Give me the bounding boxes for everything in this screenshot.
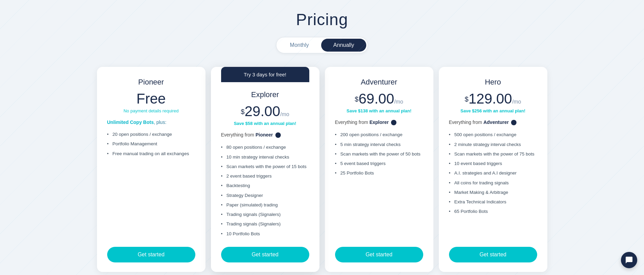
feature-item: A.I. strategies and A.I designer — [449, 168, 537, 178]
feature-item: Trading signals (Signalers) — [221, 210, 309, 219]
plan-from-explorer: Everything from Pioneer — [221, 132, 309, 138]
feature-item: 200 open positions / exchange — [335, 130, 423, 140]
feature-item: Free manual trading on all exchanges — [107, 149, 195, 159]
unlimited-copy-bots-link[interactable]: Unlimited Copy Bots — [107, 120, 154, 125]
feature-item: 5 min strategy interval checks — [335, 140, 423, 149]
chat-widget[interactable] — [621, 252, 637, 268]
plan-card-hero: Hero $129.00/mo Save $256 with an annual… — [439, 67, 547, 272]
chat-icon — [625, 256, 633, 264]
feature-item: Scan markets with the power of 15 bots — [221, 162, 309, 171]
monthly-toggle[interactable]: Monthly — [278, 39, 321, 52]
feature-item: Extra Technical Indicators — [449, 197, 537, 207]
plan-subtitle-pioneer: Unlimited Copy Bots, plus: — [107, 120, 195, 125]
get-started-pioneer[interactable]: Get started — [107, 247, 195, 262]
plan-card-explorer: Try 3 days for free! Explorer $29.00/mo … — [211, 67, 319, 272]
plan-save-adventurer: Save $138 with an annual plan! — [335, 108, 423, 113]
plan-name-pioneer: Pioneer — [107, 78, 195, 87]
refresh-icon — [391, 120, 396, 125]
plan-price-adventurer: $69.00/mo — [335, 91, 423, 107]
feature-item: Scan markets with the power of 50 bots — [335, 149, 423, 159]
page-title: Pricing — [296, 10, 348, 29]
plan-price-hero: $129.00/mo — [449, 91, 537, 107]
feature-item: 2 minute strategy interval checks — [449, 140, 537, 149]
feature-item: 80 open positions / exchange — [221, 143, 309, 152]
refresh-icon — [511, 120, 516, 125]
plan-card-pioneer: Pioneer Free No payment details required… — [97, 67, 206, 272]
plan-features-explorer: 80 open positions / exchange 10 min stra… — [221, 143, 309, 239]
plan-price-explorer: $29.00/mo — [221, 103, 309, 120]
annually-toggle[interactable]: Annually — [321, 39, 366, 52]
feature-item: 20 open positions / exchange — [107, 130, 195, 139]
feature-item: 10 event based triggers — [449, 159, 537, 168]
page-background: Pricing Monthly Annually Pioneer Free No… — [0, 0, 644, 275]
feature-item: Paper (simulated) trading — [221, 200, 309, 210]
get-started-adventurer[interactable]: Get started — [335, 247, 423, 262]
plan-card-adventurer: Adventurer $69.00/mo Save $138 with an a… — [325, 67, 433, 272]
plan-price-pioneer: Free — [107, 91, 195, 107]
plan-name-adventurer: Adventurer — [335, 78, 423, 87]
plan-from-hero: Everything from Adventurer — [449, 120, 537, 125]
plan-features-hero: 500 open positions / exchange 2 minute s… — [449, 130, 537, 239]
feature-item: 10 min strategy interval checks — [221, 152, 309, 162]
feature-item: 65 Portfolio Bots — [449, 207, 537, 216]
featured-badge-explorer: Try 3 days for free! — [221, 67, 309, 82]
plan-free-note: No payment details required — [107, 108, 195, 113]
get-started-hero[interactable]: Get started — [449, 247, 537, 262]
feature-item: 500 open positions / exchange — [449, 130, 537, 140]
feature-item: 25 Portfolio Bots — [335, 168, 423, 178]
plan-name-hero: Hero — [449, 78, 537, 87]
feature-item: Strategy Designer — [221, 191, 309, 200]
feature-item: 2 event based triggers — [221, 171, 309, 181]
feature-item: 10 Portfolio Bots — [221, 229, 309, 239]
refresh-icon — [275, 132, 281, 138]
feature-item: All coins for trading signals — [449, 178, 537, 188]
feature-item: Portfolio Management — [107, 139, 195, 149]
plan-features-adventurer: 200 open positions / exchange 5 min stra… — [335, 130, 423, 239]
get-started-explorer[interactable]: Get started — [221, 247, 309, 262]
feature-item: Scan markets with the power of 75 bots — [449, 149, 537, 159]
plan-from-adventurer: Everything from Explorer — [335, 120, 423, 125]
feature-item: 5 event based triggers — [335, 159, 423, 168]
plans-container: Pioneer Free No payment details required… — [94, 67, 550, 272]
plan-name-explorer: Explorer — [221, 90, 309, 99]
feature-item: Trading signals (Signalers) — [221, 219, 309, 229]
billing-toggle: Monthly Annually — [276, 37, 368, 53]
feature-item: Market Making & Arbitrage — [449, 188, 537, 197]
plan-features-pioneer: 20 open positions / exchange Portfolio M… — [107, 130, 195, 239]
plan-save-explorer: Save $58 with an annual plan! — [221, 121, 309, 126]
plan-save-hero: Save $256 with an annual plan! — [449, 108, 537, 113]
feature-item: Backtesting — [221, 181, 309, 190]
